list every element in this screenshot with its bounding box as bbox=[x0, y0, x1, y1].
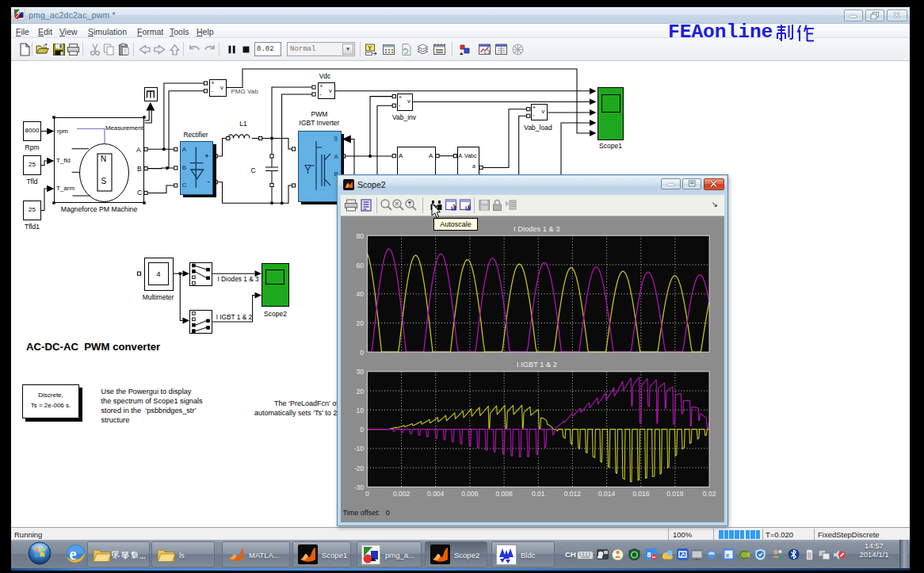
svg-text:e: e bbox=[726, 552, 730, 559]
svg-text:Y: Y bbox=[368, 44, 372, 52]
svg-text:8: 8 bbox=[647, 551, 651, 559]
